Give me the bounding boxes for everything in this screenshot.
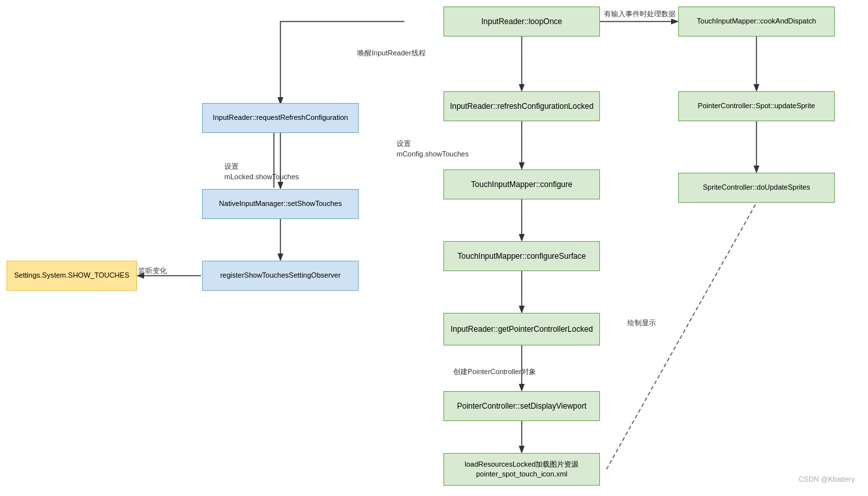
label-monitor: 监听变化 bbox=[138, 266, 167, 276]
watermark: CSDN @Kbattery bbox=[799, 475, 855, 483]
node-showTouches: Settings.System.SHOW_TOUCHES bbox=[7, 261, 137, 291]
arrows-svg bbox=[0, 0, 868, 496]
label-wakeup: 唤醒InputReader线程 bbox=[357, 48, 426, 58]
node-updateSprite: PointerController::Spot::updateSprite bbox=[678, 91, 835, 121]
node-getPointerCtrl: InputReader::getPointerControllerLocked bbox=[443, 313, 600, 345]
node-doUpdateSprites: SpriteController::doUpdateSprites bbox=[678, 173, 835, 203]
diagram-container: InputReader::loopOnce InputReader::refre… bbox=[0, 0, 868, 496]
node-setShowTouches: NativeInputManager::setShowTouches bbox=[202, 189, 359, 219]
node-registerObserver: registerShowTouchesSettingObserver bbox=[202, 261, 359, 291]
label-mlocked: 设置 mLocked.showTouches bbox=[224, 150, 299, 182]
node-touchConfigure: TouchInputMapper::configure bbox=[443, 169, 600, 199]
node-refreshConfig: InputReader::refreshConfigurationLocked bbox=[443, 91, 600, 121]
label-create-controller: 创建PointerController对象 bbox=[453, 367, 536, 377]
svg-line-13 bbox=[606, 203, 756, 469]
node-touchConfigSurface: TouchInputMapper::configureSurface bbox=[443, 241, 600, 271]
node-cookDispatch: TouchInputMapper::cookAndDispatch bbox=[678, 7, 835, 36]
label-mconfig: 设置 mConfig.showTouches bbox=[397, 127, 469, 160]
label-draw: 绘制显示 bbox=[627, 318, 656, 328]
node-loadResources: loadResourcesLocked加载图片资源 pointer_spot_t… bbox=[443, 453, 600, 486]
label-input-event: 有输入事件时处理数据 bbox=[604, 9, 676, 19]
node-setDisplayViewport: PointerController::setDisplayViewport bbox=[443, 391, 600, 421]
node-loopOnce: InputReader::loopOnce bbox=[443, 7, 600, 36]
node-requestRefresh: InputReader::requestRefreshConfiguration bbox=[202, 103, 359, 133]
